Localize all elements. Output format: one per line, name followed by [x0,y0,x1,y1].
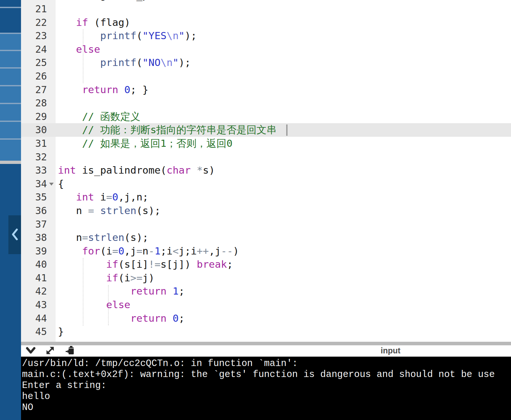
fold-arrow-icon[interactable] [49,183,54,186]
line-number: 43 [21,298,56,312]
resize-console-button[interactable] [44,346,56,356]
terminal-line: main.c:(.text+0x2f): warning: the `gets'… [22,369,511,380]
paste-clipboard-icon [65,345,75,357]
sidebar-gray-divider [0,161,21,164]
code-line: if(i>=j) [56,271,511,285]
collapse-console-button[interactable] [25,346,37,356]
code-line: n = strlen(s); [56,204,511,218]
line-number: 44 [21,312,56,325]
code-line: return 0; } [56,83,511,97]
sidebar-cell[interactable] [0,8,21,33]
line-number: 24 [21,43,56,56]
chevron-down-icon [26,347,36,355]
code-line: } [56,325,511,339]
code-line: printf("YES\n"); [56,29,511,43]
terminal-line: NO [22,402,511,413]
input-tab-label[interactable]: input [381,345,400,357]
console-toolbar: input [21,345,511,357]
sidebar-cell[interactable] [0,34,21,50]
line-number: 45 [21,325,56,339]
line-number: 22 [21,16,56,29]
line-number: 33 [21,164,56,177]
line-number: 37 [21,218,56,231]
sidebar-cell[interactable] [0,0,21,7]
line-number: 25 [21,56,56,70]
editor-console-splitter[interactable] [21,342,511,345]
code-line: if(s[i]!=s[j]) break; [56,258,511,271]
code-line: return 1; [56,285,511,298]
line-number: 38 [21,231,56,244]
line-number: 21 [21,2,56,16]
sidebar-cell-list [0,0,21,164]
line-number: 41 [21,271,56,285]
line-number: 32 [21,150,56,164]
code-content: flag = is_palindrome(str); if (flag) pri… [56,0,511,339]
code-line: else [56,298,511,312]
line-number: 34 [21,177,56,191]
code-line: int i=0,j,n; [56,190,511,204]
code-line: if (flag) [56,16,511,29]
line-number [21,0,56,2]
sidebar-cell[interactable] [0,104,21,121]
line-number: 29 [21,110,56,124]
line-number: 30 [21,123,56,137]
code-line: flag = is_palindrome(str); [56,0,511,2]
code-line: return 0; [56,312,511,325]
question-nav-sidebar [0,0,21,420]
code-line: for(i=0,j=n-1;i<j;i++,j--) [56,244,511,258]
code-line: // 函数定义 [56,110,511,124]
code-editor[interactable]: 2122232425262728293031323334353637383940… [21,0,511,342]
main-panel: 2122232425262728293031323334353637383940… [21,0,511,420]
code-line: int is_palindrome(char *s) [56,164,511,177]
line-number: 39 [21,244,56,258]
chevron-left-icon [11,228,19,242]
code-line: // 如果是，返回1；否则，返回0 [56,137,511,150]
code-line: { [56,177,511,191]
text-cursor [286,124,288,136]
line-number: 42 [21,285,56,298]
line-number: 36 [21,204,56,218]
code-line: else [56,43,511,56]
line-number: 35 [21,190,56,204]
sidebar-cell[interactable] [0,86,21,103]
code-line: n=strlen(s); [56,231,511,244]
terminal-output[interactable]: /usr/bin/ld: /tmp/cc2cQCTn.o: in functio… [21,357,511,420]
line-number-gutter: 2122232425262728293031323334353637383940… [21,0,56,339]
line-number: 40 [21,258,56,271]
sidebar-cell[interactable] [0,51,21,67]
terminal-line: hello [22,391,511,402]
paste-button[interactable] [64,346,76,356]
diagonal-resize-icon [45,346,55,356]
code-line: // 功能：判断s指向的字符串是否是回文串 [56,123,511,137]
code-line [56,218,511,231]
sidebar-cell[interactable] [0,122,21,138]
line-number: 26 [21,70,56,83]
code-line [56,96,511,110]
line-number: 31 [21,137,56,150]
line-number: 27 [21,83,56,97]
line-number: 28 [21,96,56,110]
code-line: printf("NO\n"); [56,56,511,70]
line-number: 23 [21,29,56,43]
code-line [56,70,511,83]
sidebar-collapse-button[interactable] [8,215,21,254]
sidebar-cell[interactable] [0,69,21,85]
code-line [56,2,511,16]
terminal-line: Enter a string: [22,380,511,391]
ide-window: 2122232425262728293031323334353637383940… [0,0,511,420]
code-line [56,150,511,164]
sidebar-cell[interactable] [0,140,21,161]
terminal-line: /usr/bin/ld: /tmp/cc2cQCTn.o: in functio… [22,358,511,369]
